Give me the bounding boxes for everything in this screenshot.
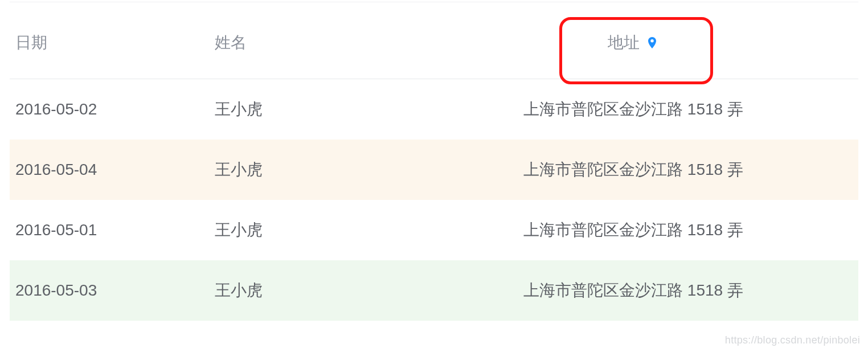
table-body: 2016-05-02王小虎上海市普陀区金沙江路 1518 弄2016-05-04… [10,79,858,321]
cell-date: 2016-05-04 [10,140,209,200]
data-table: 日期 姓名 地址 2016-05-02王小虎上海市普陀区金沙江 [10,7,858,321]
cell-date: 2016-05-01 [10,200,209,260]
cell-address: 上海市普陀区金沙江路 1518 弄 [414,200,858,260]
cell-name: 王小虎 [209,260,414,321]
table-row[interactable]: 2016-05-04王小虎上海市普陀区金沙江路 1518 弄 [10,140,858,200]
cell-address: 上海市普陀区金沙江路 1518 弄 [414,79,858,140]
table-row[interactable]: 2016-05-01王小虎上海市普陀区金沙江路 1518 弄 [10,200,858,260]
column-header-address[interactable]: 地址 [414,7,858,79]
table-row[interactable]: 2016-05-02王小虎上海市普陀区金沙江路 1518 弄 [10,79,858,140]
column-header-date-label: 日期 [15,32,47,54]
cell-address: 上海市普陀区金沙江路 1518 弄 [414,140,858,200]
location-pin-icon [645,36,659,50]
table-header-row: 日期 姓名 地址 [10,7,858,79]
divider-top [10,1,858,2]
column-header-name-label: 姓名 [215,32,247,54]
cell-name: 王小虎 [209,79,414,140]
column-header-date[interactable]: 日期 [10,7,209,79]
table-row[interactable]: 2016-05-03王小虎上海市普陀区金沙江路 1518 弄 [10,260,858,321]
cell-address: 上海市普陀区金沙江路 1518 弄 [414,260,858,321]
cell-name: 王小虎 [209,200,414,260]
cell-name: 王小虎 [209,140,414,200]
column-header-address-label: 地址 [608,32,640,54]
watermark-text: https://blog.csdn.net/pinbolei [725,334,860,346]
cell-date: 2016-05-02 [10,79,209,140]
cell-date: 2016-05-03 [10,260,209,321]
column-header-name[interactable]: 姓名 [209,7,414,79]
